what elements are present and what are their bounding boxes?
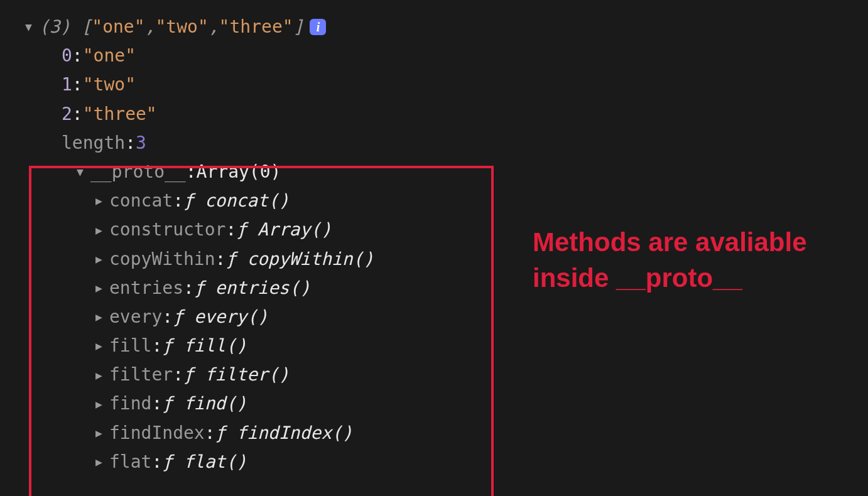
preview-item-0: "one" <box>92 13 144 41</box>
console-output: (3) [ "one" , "two" , "three" ] i 0 : "o… <box>0 13 868 477</box>
proto-row[interactable]: __proto__ : Array(0) <box>25 158 868 186</box>
proto-value: Array(0) <box>197 158 281 186</box>
element-value: "three" <box>83 100 157 129</box>
chevron-right-icon[interactable] <box>95 366 109 385</box>
method-fn: entries() <box>215 274 311 303</box>
proto-method-row[interactable]: fill : ƒ fill() <box>25 332 868 360</box>
element-key: 2 <box>62 100 72 129</box>
bracket-close: ] <box>293 13 304 41</box>
array-header-row[interactable]: (3) [ "one" , "two" , "three" ] i <box>25 13 868 41</box>
method-key: find <box>109 389 151 418</box>
method-key: concat <box>109 186 173 215</box>
proto-method-row[interactable]: filter : ƒ filter() <box>25 360 868 389</box>
function-f-icon: ƒ <box>162 332 173 360</box>
array-count: (3) <box>39 13 71 41</box>
method-fn: concat() <box>205 186 290 215</box>
chevron-right-icon[interactable] <box>95 279 109 298</box>
proto-method-row[interactable]: flat : ƒ flat() <box>25 448 868 477</box>
chevron-down-icon[interactable] <box>77 163 90 181</box>
method-fn: filter() <box>205 360 290 389</box>
chevron-right-icon[interactable] <box>95 191 109 210</box>
function-f-icon: ƒ <box>162 448 173 477</box>
method-fn: Array() <box>258 215 332 244</box>
method-key: copyWithin <box>109 245 215 274</box>
function-f-icon: ƒ <box>194 274 205 303</box>
element-value: "two" <box>83 70 136 99</box>
length-row[interactable]: length : 3 <box>25 129 868 158</box>
proto-method-row[interactable]: every : ƒ every() <box>25 303 868 332</box>
function-f-icon: ƒ <box>173 303 183 332</box>
length-value: 3 <box>136 129 146 158</box>
array-element-row[interactable]: 0 : "one" <box>25 41 868 70</box>
chevron-right-icon[interactable] <box>95 424 109 443</box>
chevron-right-icon[interactable] <box>95 221 109 240</box>
annotation-text: Methods are avaliable inside __proto__ <box>533 225 868 296</box>
method-fn: flat() <box>183 448 247 477</box>
function-f-icon: ƒ <box>215 419 226 448</box>
sep: , <box>145 13 156 41</box>
method-key: constructor <box>109 215 225 244</box>
function-f-icon: ƒ <box>225 245 236 274</box>
chevron-right-icon[interactable] <box>95 308 109 326</box>
bracket-open: [ <box>81 13 92 41</box>
proto-method-row[interactable]: concat : ƒ concat() <box>25 186 868 215</box>
function-f-icon: ƒ <box>162 389 173 418</box>
method-fn: every() <box>194 303 268 332</box>
chevron-right-icon[interactable] <box>95 337 109 355</box>
method-key: flat <box>109 448 151 477</box>
proto-key: __proto__ <box>90 158 186 186</box>
chevron-down-icon[interactable] <box>25 18 39 36</box>
proto-method-row[interactable]: findIndex : ƒ findIndex() <box>25 419 868 448</box>
element-value: "one" <box>83 41 136 70</box>
method-key: findIndex <box>109 419 205 448</box>
sep: , <box>209 13 219 41</box>
method-key: every <box>109 303 162 332</box>
chevron-right-icon[interactable] <box>95 395 109 414</box>
array-element-row[interactable]: 2 : "three" <box>25 100 868 129</box>
info-icon[interactable]: i <box>310 19 326 35</box>
element-key: 0 <box>62 41 72 70</box>
method-fn: fill() <box>183 332 247 360</box>
method-fn: find() <box>183 389 247 418</box>
method-key: filter <box>109 360 173 389</box>
method-key: fill <box>109 332 151 360</box>
function-f-icon: ƒ <box>183 186 194 215</box>
method-key: entries <box>109 274 183 303</box>
proto-method-row[interactable]: find : ƒ find() <box>25 389 868 418</box>
preview-item-1: "two" <box>155 13 208 41</box>
element-key: 1 <box>62 70 72 99</box>
chevron-right-icon[interactable] <box>95 250 109 269</box>
function-f-icon: ƒ <box>183 360 194 389</box>
preview-item-2: "three" <box>219 13 293 41</box>
chevron-right-icon[interactable] <box>95 453 109 472</box>
method-fn: copyWithin() <box>247 245 374 274</box>
array-element-row[interactable]: 1 : "two" <box>25 70 868 99</box>
function-f-icon: ƒ <box>236 215 247 244</box>
length-key: length <box>62 129 125 158</box>
method-fn: findIndex() <box>236 419 352 448</box>
